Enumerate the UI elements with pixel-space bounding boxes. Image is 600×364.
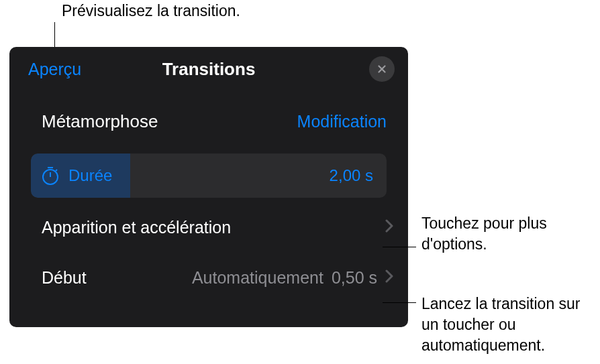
appearance-label: Apparition et accélération [42,218,231,237]
duration-content: Durée 2,00 s [31,154,387,198]
callout-preview-text: Prévisualisez la transition. [62,2,240,20]
duration-value: 2,00 s [330,166,373,185]
callout-leader-line [383,247,416,247]
start-mode-value: Automatiquement [192,268,323,288]
callout-leader-line [383,302,416,303]
timer-icon [40,166,60,186]
panel-header: Aperçu Transitions [9,47,408,91]
appearance-acceleration-row[interactable]: Apparition et accélération [9,198,408,253]
chevron-right-icon [385,219,393,237]
chevron-right-icon [385,269,393,287]
start-label: Début [42,268,87,288]
start-row[interactable]: Début Automatiquement 0,50 s [9,253,408,304]
start-right-group: Automatiquement 0,50 s [192,268,393,288]
transitions-panel: Aperçu Transitions Métamorphose Modifica… [9,47,408,327]
duration-left-group: Durée [40,166,112,186]
callout-more-options-text: Touchez pour plus d'options. [421,213,600,255]
transition-info-row: Métamorphose Modification [9,91,408,145]
duration-slider[interactable]: Durée 2,00 s [31,154,387,198]
close-icon [376,63,388,75]
callout-start-text: Lancez la transition sur un toucher ou a… [421,294,600,356]
svg-line-5 [56,170,57,171]
duration-label: Durée [68,166,112,185]
start-delay-value: 0,50 s [332,268,377,288]
transition-name-label: Métamorphose [42,111,158,132]
modification-button[interactable]: Modification [297,112,387,131]
panel-title: Transitions [162,59,256,80]
preview-button[interactable]: Aperçu [28,60,81,79]
close-button[interactable] [369,56,395,82]
appearance-right-group [385,219,393,237]
